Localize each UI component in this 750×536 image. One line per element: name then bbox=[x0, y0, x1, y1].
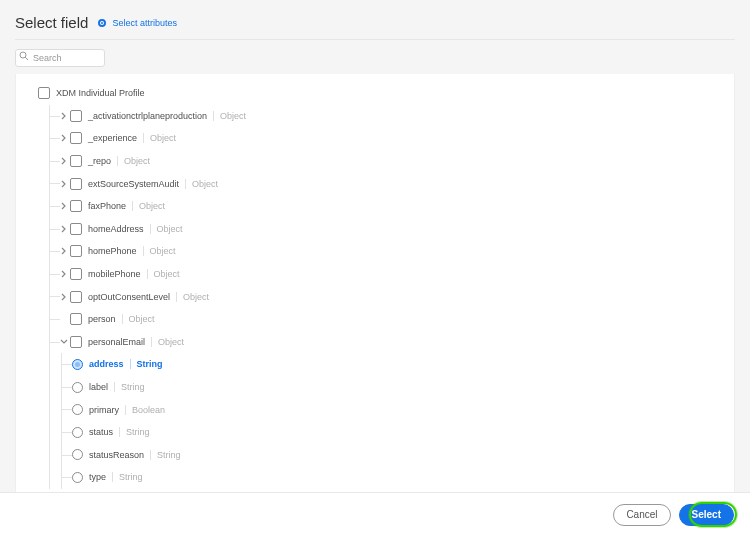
page-title: Select field bbox=[15, 14, 88, 31]
tree-object-node[interactable]: faxPhoneObject bbox=[50, 195, 724, 218]
chevron-right-icon[interactable] bbox=[60, 247, 68, 255]
spacer bbox=[60, 315, 68, 323]
tree-object-node[interactable]: extSourceSystemAuditObject bbox=[50, 172, 724, 195]
node-label: faxPhone bbox=[88, 201, 126, 211]
tree-object-node[interactable]: personalEmailObject bbox=[50, 331, 724, 354]
node-type: String bbox=[119, 427, 150, 437]
chevron-right-icon[interactable] bbox=[60, 180, 68, 188]
node-type: Object bbox=[150, 224, 183, 234]
chevron-right-icon[interactable] bbox=[60, 157, 68, 165]
checkbox-icon[interactable] bbox=[70, 268, 82, 280]
node-type: Object bbox=[143, 246, 176, 256]
node-type: Object bbox=[143, 133, 176, 143]
tree-object-node[interactable]: optOutConsentLevelObject bbox=[50, 285, 724, 308]
checkbox-icon[interactable] bbox=[70, 132, 82, 144]
breadcrumb-step-label[interactable]: Select attributes bbox=[112, 18, 177, 28]
node-label: personalEmail bbox=[88, 337, 145, 347]
step-indicator-icon bbox=[98, 19, 106, 27]
node-label: label bbox=[89, 382, 108, 392]
breadcrumb: Select attributes bbox=[98, 18, 177, 28]
radio-icon[interactable] bbox=[72, 472, 83, 483]
cancel-button[interactable]: Cancel bbox=[613, 504, 670, 526]
node-label: status bbox=[89, 427, 113, 437]
checkbox-icon[interactable] bbox=[70, 313, 82, 325]
radio-icon[interactable] bbox=[72, 427, 83, 438]
tree-object-node[interactable]: homeAddressObject bbox=[50, 218, 724, 241]
select-button[interactable]: Select bbox=[679, 504, 734, 526]
node-label: type bbox=[89, 472, 106, 482]
dialog-footer: Cancel Select bbox=[0, 492, 750, 536]
node-type: Boolean bbox=[125, 405, 165, 415]
checkbox-icon[interactable] bbox=[70, 291, 82, 303]
tree-field-node[interactable]: primaryBoolean bbox=[62, 398, 724, 421]
tree-object-node[interactable]: mobilePhoneObject bbox=[50, 263, 724, 286]
node-type: Object bbox=[117, 156, 150, 166]
chevron-right-icon[interactable] bbox=[60, 270, 68, 278]
tree-field-node[interactable]: typeString bbox=[62, 466, 724, 489]
dialog-header: Select field Select attributes bbox=[15, 10, 735, 40]
radio-icon[interactable] bbox=[72, 449, 83, 460]
tree-field-node[interactable]: statusReasonString bbox=[62, 444, 724, 467]
search-field[interactable] bbox=[15, 47, 105, 67]
node-type: Object bbox=[185, 179, 218, 189]
radio-icon[interactable] bbox=[72, 359, 83, 370]
node-label: address bbox=[89, 359, 124, 369]
radio-icon[interactable] bbox=[72, 404, 83, 415]
node-type: String bbox=[112, 472, 143, 482]
tree-object-node[interactable]: _activationctrlplaneproductionObject bbox=[50, 105, 724, 128]
node-type: String bbox=[130, 359, 163, 369]
node-label: homePhone bbox=[88, 246, 137, 256]
chevron-right-icon[interactable] bbox=[60, 134, 68, 142]
checkbox-icon[interactable] bbox=[38, 87, 50, 99]
node-type: Object bbox=[213, 111, 246, 121]
node-label: homeAddress bbox=[88, 224, 144, 234]
node-type: Object bbox=[122, 314, 155, 324]
checkbox-icon[interactable] bbox=[70, 155, 82, 167]
chevron-right-icon[interactable] bbox=[60, 112, 68, 120]
node-label: _activationctrlplaneproduction bbox=[88, 111, 207, 121]
tree-root[interactable]: XDM Individual Profile bbox=[38, 82, 724, 105]
node-label: _repo bbox=[88, 156, 111, 166]
node-label: extSourceSystemAudit bbox=[88, 179, 179, 189]
checkbox-icon[interactable] bbox=[70, 110, 82, 122]
checkbox-icon[interactable] bbox=[70, 178, 82, 190]
node-type: Object bbox=[151, 337, 184, 347]
node-label: _experience bbox=[88, 133, 137, 143]
checkbox-icon[interactable] bbox=[70, 200, 82, 212]
node-label: person bbox=[88, 314, 116, 324]
checkbox-icon[interactable] bbox=[70, 245, 82, 257]
svg-point-0 bbox=[20, 52, 26, 58]
tree-field-node[interactable]: labelString bbox=[62, 376, 724, 399]
schema-tree[interactable]: XDM Individual Profile _activationctrlpl… bbox=[15, 74, 735, 494]
radio-icon[interactable] bbox=[72, 382, 83, 393]
node-label: primary bbox=[89, 405, 119, 415]
chevron-right-icon[interactable] bbox=[60, 293, 68, 301]
node-label: XDM Individual Profile bbox=[56, 88, 145, 98]
tree-object-node[interactable]: _experienceObject bbox=[50, 127, 724, 150]
tree-object-node[interactable]: _repoObject bbox=[50, 150, 724, 173]
tree-object-node[interactable]: homePhoneObject bbox=[50, 240, 724, 263]
svg-line-1 bbox=[25, 57, 28, 60]
node-label: mobilePhone bbox=[88, 269, 141, 279]
tree-field-node[interactable]: addressString bbox=[62, 353, 724, 376]
node-type: Object bbox=[176, 292, 209, 302]
tree-object-node[interactable]: personObject bbox=[50, 308, 724, 331]
chevron-down-icon[interactable] bbox=[60, 338, 68, 346]
tree-field-node[interactable]: statusString bbox=[62, 421, 724, 444]
node-type: String bbox=[114, 382, 145, 392]
chevron-right-icon[interactable] bbox=[60, 225, 68, 233]
node-type: Object bbox=[147, 269, 180, 279]
checkbox-icon[interactable] bbox=[70, 223, 82, 235]
node-label: optOutConsentLevel bbox=[88, 292, 170, 302]
chevron-right-icon[interactable] bbox=[60, 202, 68, 210]
node-type: String bbox=[150, 450, 181, 460]
node-type: Object bbox=[132, 201, 165, 211]
node-label: statusReason bbox=[89, 450, 144, 460]
checkbox-icon[interactable] bbox=[70, 336, 82, 348]
